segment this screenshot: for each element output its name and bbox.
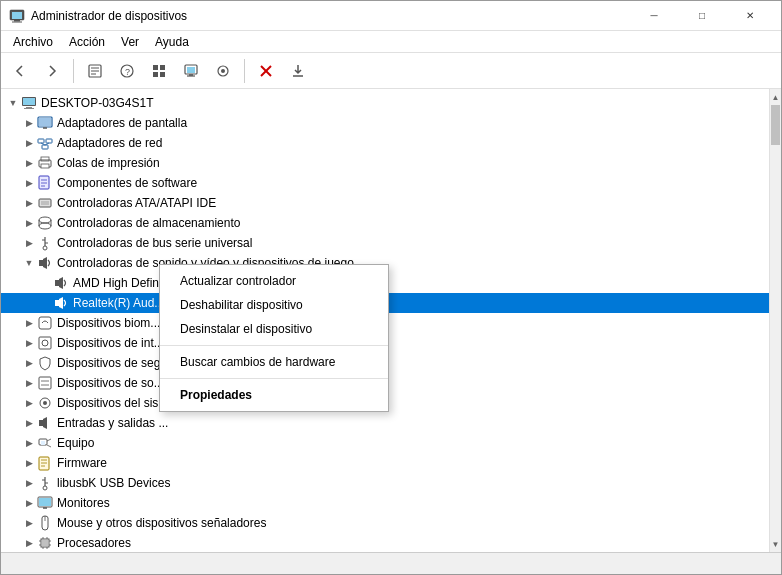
monitor-icon [37, 495, 53, 511]
item-label: Mouse y otros dispositivos señaladores [57, 516, 769, 530]
svg-rect-24 [23, 98, 35, 105]
mouse-icon [37, 515, 53, 531]
scroll-track[interactable] [770, 105, 781, 536]
tree-item-monitores[interactable]: ▶ Monitores [1, 493, 769, 513]
svg-point-19 [221, 69, 225, 73]
tree-item-componentes-software[interactable]: ▶ Componentes de software [1, 173, 769, 193]
tree-item-controladoras-bus[interactable]: ▶ Controladoras de bus serie universal [1, 233, 769, 253]
tree-item-procesadores[interactable]: ▶ Procesadores [1, 533, 769, 552]
tree-root[interactable]: ▼ DESKTOP-03G4S1T [1, 93, 769, 113]
item-label: Monitores [57, 496, 769, 510]
expand-icon: ▶ [21, 455, 37, 471]
scroll-up-button[interactable]: ▲ [770, 89, 781, 105]
expand-icon: ▶ [21, 335, 37, 351]
toolbar: ? [1, 53, 781, 89]
cpu-icon [37, 535, 53, 551]
menu-ayuda[interactable]: Ayuda [147, 33, 197, 51]
minimize-button[interactable]: ─ [631, 1, 677, 31]
item-label: Controladoras ATA/ATAPI IDE [57, 196, 769, 210]
scroll-down-button[interactable]: ▼ [770, 536, 781, 552]
tree-item-adaptadores-red[interactable]: ▶ Adaptadores de red [1, 133, 769, 153]
expand-icon: ▶ [21, 495, 37, 511]
update-button[interactable] [283, 57, 313, 85]
sys-icon [37, 395, 53, 411]
tree-item-colas-impresion[interactable]: ▶ Colas de impresión [1, 153, 769, 173]
svg-rect-2 [14, 20, 20, 22]
computer-button[interactable] [176, 57, 206, 85]
svg-rect-13 [160, 72, 165, 77]
svg-rect-51 [39, 260, 43, 266]
context-menu-buscar-cambios[interactable]: Buscar cambios de hardware [160, 350, 388, 374]
tree-item-adaptadores-pantalla[interactable]: ▶ Adaptadores de pantalla [1, 113, 769, 133]
svg-text:?: ? [125, 67, 130, 77]
properties-button[interactable] [80, 57, 110, 85]
usb2-icon [37, 475, 53, 491]
uninstall-button[interactable] [251, 57, 281, 85]
back-button[interactable] [5, 57, 35, 85]
expand-icon: ▶ [21, 535, 37, 551]
item-label: Adaptadores de pantalla [57, 116, 769, 130]
close-button[interactable]: ✕ [727, 1, 773, 31]
tree-item-libusbk[interactable]: ▶ libusbK USB Devices [1, 473, 769, 493]
svg-rect-57 [39, 377, 51, 389]
expand-icon: ▶ [21, 375, 37, 391]
menu-ver[interactable]: Ver [113, 33, 147, 51]
svg-rect-62 [39, 420, 43, 426]
item-label: libusbK USB Devices [57, 476, 769, 490]
svg-point-73 [43, 486, 47, 490]
svg-rect-11 [160, 65, 165, 70]
expand-icon: ▶ [21, 235, 37, 251]
maximize-button[interactable]: □ [679, 1, 725, 31]
tree-item-mouse[interactable]: ▶ Mouse y otros dispositivos señaladores [1, 513, 769, 533]
expand-icon: ▶ [21, 155, 37, 171]
audio-device-icon2 [53, 295, 69, 311]
firmware-icon [37, 455, 53, 471]
menu-bar: Archivo Acción Ver Ayuda [1, 31, 781, 53]
scroll-thumb[interactable] [771, 105, 780, 145]
tree-item-equipo[interactable]: ▶ Equipo [1, 433, 769, 453]
help-button[interactable]: ? [112, 57, 142, 85]
scrollbar[interactable]: ▲ ▼ [769, 89, 781, 552]
equip-icon [37, 435, 53, 451]
expand-icon: ▶ [21, 415, 37, 431]
context-menu: Actualizar controlador Deshabilitar disp… [159, 264, 389, 412]
svg-point-61 [43, 401, 47, 405]
usb-icon [37, 235, 53, 251]
storage-icon [37, 215, 53, 231]
expand-icon: ▶ [21, 395, 37, 411]
tree-item-controladoras-almacenamiento[interactable]: ▶ Controladoras de almacenamiento [1, 213, 769, 233]
biom-icon [37, 315, 53, 331]
context-menu-actualizar[interactable]: Actualizar controlador [160, 269, 388, 293]
svg-rect-25 [26, 107, 32, 108]
view1-button[interactable] [144, 57, 174, 85]
svg-point-50 [43, 246, 47, 250]
context-menu-propiedades[interactable]: Propiedades [160, 383, 388, 407]
menu-archivo[interactable]: Archivo [5, 33, 61, 51]
int-icon [37, 335, 53, 351]
expand-icon: ▶ [21, 175, 37, 191]
item-label: Controladoras de almacenamiento [57, 216, 769, 230]
expand-icon: ▼ [21, 255, 37, 271]
forward-button[interactable] [37, 57, 67, 85]
svg-rect-37 [41, 164, 49, 168]
svg-rect-64 [41, 441, 45, 445]
expand-icon: ▶ [21, 135, 37, 151]
root-label: DESKTOP-03G4S1T [41, 96, 769, 110]
tree-item-entradas-salidas[interactable]: ▶ Entradas y salidas ... [1, 413, 769, 433]
svg-rect-31 [46, 139, 52, 143]
svg-rect-54 [39, 317, 51, 329]
tree-item-firmware[interactable]: ▶ Firmware [1, 453, 769, 473]
context-menu-sep-2 [160, 378, 388, 379]
menu-accion[interactable]: Acción [61, 33, 113, 51]
status-bar [1, 552, 781, 574]
svg-rect-12 [153, 72, 158, 77]
view2-button[interactable] [208, 57, 238, 85]
window-controls: ─ □ ✕ [631, 1, 773, 31]
context-menu-deshabilitar[interactable]: Deshabilitar dispositivo [160, 293, 388, 317]
tree-item-controladoras-ata[interactable]: ▶ Controladoras ATA/ATAPI IDE [1, 193, 769, 213]
item-label: Firmware [57, 456, 769, 470]
svg-rect-38 [39, 176, 49, 189]
expand-icon: ▶ [21, 115, 37, 131]
context-menu-desinstalar[interactable]: Desinstalar el dispositivo [160, 317, 388, 341]
audio-device-icon [53, 275, 69, 291]
